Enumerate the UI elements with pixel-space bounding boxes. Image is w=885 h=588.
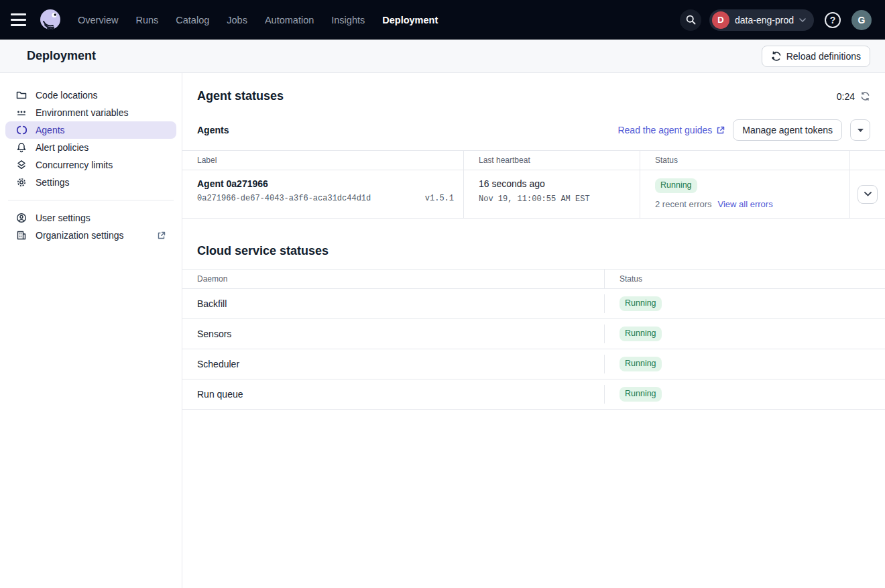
page-title: Deployment — [27, 49, 96, 63]
sidebar-item-environment-variables[interactable]: Environment variables — [5, 104, 176, 121]
nav-automation[interactable]: Automation — [265, 15, 314, 25]
refresh-countdown: 0:24 — [837, 91, 870, 102]
recent-errors-text: 2 recent errors — [655, 199, 712, 209]
agent-heartbeat-cell: 16 seconds ago Nov 19, 11:00:55 AM EST — [464, 170, 640, 218]
refresh-icon[interactable] — [860, 91, 870, 101]
sidebar-item-concurrency-limits[interactable]: Concurrency limits — [5, 156, 176, 174]
agent-name: Agent 0a271966 — [197, 178, 454, 189]
table-row-sensors: Sensors Running — [182, 319, 885, 349]
deployment-switcher[interactable]: D data-eng-prod — [709, 9, 814, 31]
heartbeat-relative: 16 seconds ago — [479, 178, 630, 189]
help-icon[interactable]: ? — [822, 9, 843, 31]
chevron-down-icon — [799, 18, 806, 22]
cloud-table-header: Daemon Status — [182, 270, 885, 289]
col-status: Status — [605, 270, 885, 288]
deployment-name: data-eng-prod — [735, 15, 794, 25]
chevron-down-icon — [864, 192, 872, 196]
heartbeat-timestamp: Nov 19, 11:00:55 AM EST — [479, 194, 630, 204]
table-row-backfill: Backfill Running — [182, 289, 885, 319]
agent-statuses-title: Agent statuses — [197, 89, 284, 103]
variables-icon — [16, 107, 27, 118]
agents-table-header: Label Last heartbeat Status — [182, 151, 885, 170]
status-badge: Running — [655, 178, 697, 193]
nav-jobs[interactable]: Jobs — [227, 15, 247, 25]
building-icon — [16, 230, 27, 241]
agent-row-expand-button[interactable] — [858, 185, 878, 204]
agent-label-cell: Agent 0a271966 0a271966-de67-4043-a3f6-a… — [182, 170, 464, 218]
agents-subtitle: Agents — [197, 125, 229, 135]
sidebar-item-code-locations[interactable]: Code locations — [5, 86, 176, 104]
agent-row-actions-cell — [850, 170, 885, 218]
agent-guides-link[interactable]: Read the agent guides — [617, 125, 725, 135]
main-content: Agent statuses 0:24 Agents Read the agen… — [182, 73, 885, 588]
status-badge: Running — [620, 296, 662, 311]
deployment-badge: D — [712, 11, 729, 29]
top-nav-bar: Overview Runs Catalog Jobs Automation In… — [0, 0, 885, 40]
agent-id: 0a271966-de67-4043-a3f6-aca31dc44d1d — [197, 194, 371, 203]
sidebar-item-organization-settings[interactable]: Organization settings — [5, 227, 176, 244]
sidebar-item-alert-policies[interactable]: Alert policies — [5, 139, 176, 156]
nav-insights[interactable]: Insights — [331, 15, 365, 25]
agent-actions-dropdown-button[interactable] — [850, 119, 870, 141]
daemon-name: Sensors — [197, 329, 231, 339]
gear-icon — [16, 177, 27, 188]
status-badge: Running — [620, 387, 662, 402]
nav-deployment[interactable]: Deployment — [382, 15, 438, 25]
hamburger-menu-icon[interactable] — [11, 11, 30, 30]
reload-definitions-button[interactable]: Reload definitions — [762, 46, 870, 67]
nav-overview[interactable]: Overview — [78, 15, 118, 25]
daemon-name: Backfill — [197, 298, 227, 309]
layers-icon — [16, 160, 27, 170]
agents-table: Label Last heartbeat Status Agent 0a2719… — [182, 150, 885, 219]
bell-icon — [16, 142, 27, 153]
external-link-icon — [716, 126, 725, 135]
agent-icon — [16, 125, 27, 135]
folder-icon — [16, 90, 27, 101]
col-label: Label — [182, 151, 464, 170]
nav-runs[interactable]: Runs — [135, 15, 158, 25]
user-avatar[interactable]: G — [851, 10, 872, 30]
countdown-value: 0:24 — [837, 91, 855, 102]
sidebar-item-agents[interactable]: Agents — [5, 121, 176, 139]
agent-status-cell: Running 2 recent errors View all errors — [640, 170, 850, 218]
sidebar-divider — [8, 200, 174, 200]
manage-agent-tokens-button[interactable]: Manage agent tokens — [733, 119, 842, 141]
search-icon[interactable] — [680, 9, 701, 31]
agent-table-row: Agent 0a271966 0a271966-de67-4043-a3f6-a… — [182, 170, 885, 219]
daemon-name: Scheduler — [197, 359, 239, 369]
dagster-logo[interactable] — [38, 7, 63, 33]
external-link-icon — [157, 231, 166, 240]
cloud-services-table: Daemon Status Backfill Running Sensors R… — [182, 269, 885, 410]
page-header: Deployment Reload definitions — [0, 40, 885, 73]
cloud-service-statuses-title: Cloud service statuses — [182, 219, 885, 269]
col-actions — [850, 151, 885, 170]
primary-nav: Overview Runs Catalog Jobs Automation In… — [78, 15, 438, 25]
col-daemon: Daemon — [182, 270, 605, 288]
table-row-scheduler: Scheduler Running — [182, 349, 885, 379]
deployment-sidebar: Code locations Environment variables Age… — [0, 73, 182, 588]
reload-icon — [771, 51, 782, 62]
agent-version: v1.5.1 — [425, 194, 454, 203]
nav-catalog[interactable]: Catalog — [176, 15, 209, 25]
status-badge: Running — [620, 327, 662, 341]
daemon-name: Run queue — [197, 389, 243, 400]
sidebar-item-user-settings[interactable]: User settings — [5, 209, 176, 227]
user-icon — [16, 213, 27, 223]
table-row-run-queue: Run queue Running — [182, 379, 885, 410]
col-last-heartbeat: Last heartbeat — [464, 151, 640, 170]
view-all-errors-link[interactable]: View all errors — [718, 199, 773, 209]
sidebar-item-settings[interactable]: Settings — [5, 174, 176, 191]
caret-down-icon — [858, 129, 864, 132]
status-badge: Running — [620, 357, 662, 371]
col-status: Status — [640, 151, 850, 170]
